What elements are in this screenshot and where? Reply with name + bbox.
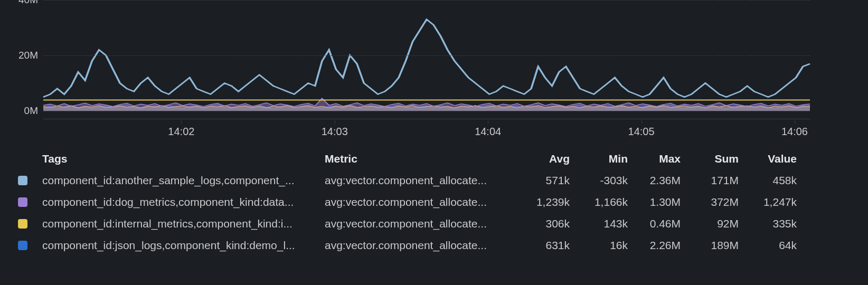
series-line[interactable]: [43, 20, 810, 97]
legend-header-row: Tags Metric Avg Min Max Sum Value: [16, 148, 810, 169]
legend-cell-tags: component_id:json_logs,component_kind:de…: [42, 239, 325, 252]
legend-header-metric[interactable]: Metric: [325, 153, 520, 165]
legend-cell-metric: avg:vector.component_allocate...: [325, 239, 520, 252]
x-tick-mark: [641, 120, 642, 124]
gridline: [43, 0, 810, 1]
legend-header-min[interactable]: Min: [573, 153, 631, 165]
legend-cell-max: 1.30M: [631, 196, 684, 208]
legend-cell-sum: 372M: [684, 196, 742, 208]
y-axis: 0M20M40M: [0, 0, 43, 111]
legend-cell-avg: 631k: [520, 239, 573, 252]
legend-header-tags[interactable]: Tags: [42, 153, 325, 165]
legend-cell-value: 335k: [742, 217, 800, 230]
legend-cell-min: 143k: [573, 217, 631, 230]
legend-swatch: [16, 176, 42, 185]
legend-header-max[interactable]: Max: [631, 153, 684, 165]
legend-cell-tags: component_id:internal_metrics,component_…: [42, 217, 325, 230]
legend-cell-metric: avg:vector.component_allocate...: [325, 217, 520, 230]
legend-cell-tags: component_id:another_sample_logs,compone…: [42, 174, 325, 187]
legend-cell-tags: component_id:dog_metrics,component_kind:…: [42, 196, 325, 208]
x-tick-mark: [181, 120, 182, 124]
legend-swatch: [16, 219, 42, 229]
legend-header-avg[interactable]: Avg: [520, 153, 573, 165]
legend-cell-sum: 92M: [684, 217, 742, 230]
legend-cell-metric: avg:vector.component_allocate...: [325, 174, 520, 187]
legend-row[interactable]: component_id:dog_metrics,component_kind:…: [16, 191, 810, 213]
legend-cell-sum: 171M: [684, 174, 742, 187]
x-tick-label: 14:05: [628, 126, 655, 138]
legend-cell-max: 2.26M: [631, 239, 684, 252]
legend-cell-value: 458k: [742, 174, 800, 187]
legend-cell-max: 0.46M: [631, 217, 684, 230]
x-tick-mark: [795, 120, 795, 124]
legend-swatch: [16, 197, 42, 207]
legend-cell-value: 64k: [742, 239, 800, 252]
legend-row[interactable]: component_id:internal_metrics,component_…: [16, 213, 810, 234]
legend-cell-max: 2.36M: [631, 174, 684, 187]
legend-row[interactable]: component_id:another_sample_logs,compone…: [16, 169, 810, 191]
x-tick-label: 14:03: [322, 126, 348, 138]
legend-header-value[interactable]: Value: [742, 153, 800, 165]
x-tick-label: 14:02: [168, 126, 194, 138]
legend-cell-avg: 571k: [520, 174, 573, 187]
y-tick-label: 20M: [1, 50, 38, 61]
legend-row[interactable]: component_id:json_logs,component_kind:de…: [16, 234, 810, 256]
legend-swatch: [16, 241, 42, 250]
legend-cell-metric: avg:vector.component_allocate...: [325, 196, 520, 208]
x-axis-line: [43, 119, 810, 119]
chart-area: 0M20M40M 14:0214:0314:0414:0514:06: [0, 0, 868, 142]
x-tick-label: 14:06: [781, 126, 808, 138]
legend-cell-avg: 306k: [520, 217, 573, 230]
legend-header-sum[interactable]: Sum: [684, 153, 742, 165]
legend-table: Tags Metric Avg Min Max Sum Value compon…: [16, 148, 810, 256]
legend-cell-value: 1,247k: [742, 196, 800, 208]
gridline: [43, 55, 810, 56]
x-axis: 14:0214:0314:0414:0514:06: [43, 120, 810, 136]
legend-cell-avg: 1,239k: [520, 196, 573, 208]
legend-cell-min: 16k: [573, 239, 631, 252]
x-tick-label: 14:04: [475, 126, 501, 138]
plot-area[interactable]: [43, 0, 810, 111]
x-tick-mark: [488, 120, 488, 124]
legend-cell-sum: 189M: [684, 239, 742, 252]
legend-cell-min: 1,166k: [573, 196, 631, 208]
x-tick-mark: [335, 120, 335, 124]
y-tick-label: 40M: [1, 0, 38, 6]
y-tick-label: 0M: [1, 105, 38, 117]
legend-cell-min: -303k: [573, 174, 631, 187]
